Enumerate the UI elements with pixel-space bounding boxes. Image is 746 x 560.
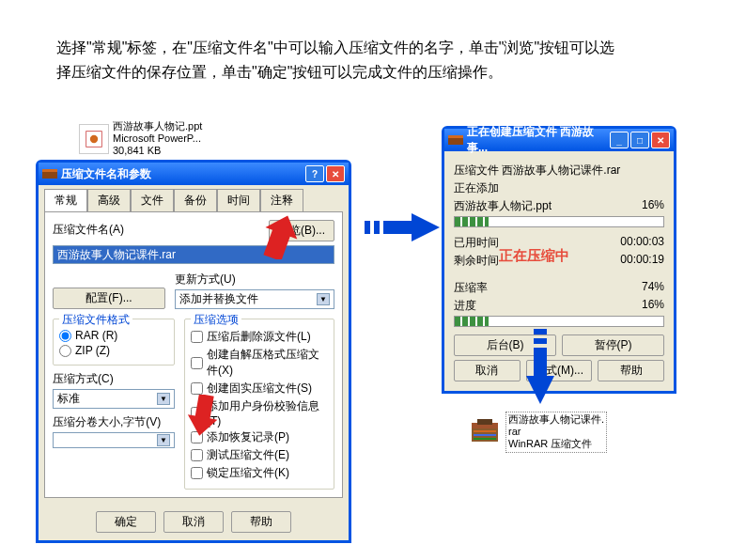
winrar-icon	[42, 166, 57, 181]
tab-general[interactable]: 常规	[44, 189, 87, 211]
close-button[interactable]: ✕	[651, 132, 670, 148]
dialog-title: 压缩文件名和参数	[61, 166, 303, 182]
total-progress-bar	[454, 316, 664, 327]
current-file: 西游故事人物记.ppt	[454, 198, 552, 214]
tab-files[interactable]: 文件	[131, 189, 174, 211]
radio-rar[interactable]: RAR (R)	[59, 329, 168, 342]
red-arrow-browse	[261, 214, 299, 259]
tab-comment[interactable]: 注释	[260, 189, 303, 211]
winrar-icon	[448, 132, 463, 148]
cancel-button[interactable]: 取消	[163, 511, 224, 533]
svg-rect-14	[534, 348, 547, 376]
tab-advanced[interactable]: 高级	[87, 189, 131, 211]
svg-rect-13	[534, 338, 547, 344]
elapsed-value: 00:00:03	[620, 235, 664, 251]
ratio-label: 压缩率	[454, 280, 488, 296]
svg-point-1	[90, 135, 98, 143]
dialog-buttons: 确定 取消 帮助	[39, 504, 349, 540]
instruction-text: 选择"常规"标签，在"压缩文件名"中可以输入压缩文件的名字，单击"浏览"按钮可以…	[56, 36, 620, 84]
file-info: 西游故事人物记课件. rar WinRAR 压缩文件	[505, 412, 607, 453]
opt-test[interactable]: 测试压缩文件(E)	[191, 447, 328, 463]
format-group: 压缩文件格式 RAR (R) ZIP (Z)	[53, 319, 175, 366]
svg-rect-21	[474, 438, 496, 440]
maximize-button[interactable]: □	[630, 132, 649, 148]
svg-rect-20	[474, 434, 496, 436]
update-mode-dropdown[interactable]: 添加并替换文件	[175, 289, 334, 309]
elapsed-label: 已用时间	[454, 235, 499, 251]
file-progress-bar	[454, 216, 664, 227]
close-button[interactable]: ✕	[326, 165, 345, 182]
volume-label: 压缩分卷大小,字节(V)	[53, 414, 175, 430]
filename-label: 压缩文件名(A)	[53, 222, 124, 238]
svg-rect-19	[474, 430, 496, 432]
opt-sfx[interactable]: 创建自解压格式压缩文件(X)	[191, 347, 328, 379]
volume-dropdown[interactable]	[53, 432, 175, 448]
svg-rect-3	[42, 169, 57, 172]
powerpoint-icon	[79, 124, 109, 154]
tabs: 常规 高级 文件 备份 时间 注释	[39, 185, 349, 211]
pause-button[interactable]: 暂停(P)	[562, 334, 664, 356]
svg-marker-15	[526, 376, 554, 404]
remaining-value: 00:00:19	[620, 253, 664, 269]
ratio-value: 74%	[642, 280, 664, 296]
archive-settings-dialog: 压缩文件名和参数 ? ✕ 常规 高级 文件 备份 时间 注释 压缩文件名(A) …	[36, 160, 351, 543]
svg-rect-7	[374, 221, 380, 234]
minimize-button[interactable]: _	[610, 132, 629, 148]
adding-label: 正在添加	[454, 180, 499, 196]
blue-arrow-down	[524, 329, 556, 404]
ppt-file-item[interactable]: 西游故事人物记.ppt Microsoft PowerP... 30,841 K…	[79, 120, 202, 158]
svg-rect-18	[477, 419, 492, 425]
progress-value: 16%	[642, 298, 664, 314]
help-button[interactable]: 帮助	[231, 511, 291, 533]
red-arrow-ok	[186, 395, 220, 436]
update-label: 更新方式(U)	[175, 272, 334, 288]
titlebar[interactable]: 压缩文件名和参数 ? ✕	[39, 163, 349, 185]
file-info: 西游故事人物记.ppt Microsoft PowerP... 30,841 K…	[113, 120, 202, 158]
svg-rect-8	[383, 221, 412, 234]
rar-icon	[468, 415, 502, 449]
help-button[interactable]: ?	[305, 165, 324, 182]
progress-body: 压缩文件 西游故事人物记课件.rar 正在添加 西游故事人物记.ppt16% 已…	[444, 151, 674, 391]
rar-file-item[interactable]: 西游故事人物记课件. rar WinRAR 压缩文件	[468, 412, 607, 453]
svg-rect-6	[365, 221, 370, 234]
method-dropdown[interactable]: 标准	[53, 389, 175, 409]
ok-button[interactable]: 确定	[96, 511, 156, 533]
tab-backup[interactable]: 备份	[174, 189, 217, 211]
tab-time[interactable]: 时间	[217, 189, 260, 211]
radio-zip[interactable]: ZIP (Z)	[59, 344, 168, 357]
help-button[interactable]: 帮助	[598, 360, 664, 381]
progress-dialog: 正在创建压缩文件 西游故事... _ □ ✕ 压缩文件 西游故事人物记课件.ra…	[442, 126, 676, 394]
profile-button[interactable]: 配置(F)...	[53, 288, 165, 309]
compressing-overlay: 正在压缩中	[499, 247, 569, 265]
opt-lock[interactable]: 锁定压缩文件(K)	[191, 465, 328, 481]
method-label: 压缩方式(C)	[53, 371, 175, 387]
opt-delete-after[interactable]: 压缩后删除源文件(L)	[191, 329, 328, 345]
blue-arrow-flow	[365, 211, 440, 243]
dialog-title: 正在创建压缩文件 西游故事...	[467, 124, 608, 156]
svg-marker-9	[412, 213, 440, 241]
svg-rect-12	[534, 329, 547, 334]
svg-marker-4	[261, 214, 299, 259]
remaining-label: 剩余时间	[454, 253, 499, 269]
progress-label: 进度	[454, 298, 476, 314]
file-percent: 16%	[642, 198, 664, 214]
svg-marker-5	[186, 395, 220, 436]
titlebar[interactable]: 正在创建压缩文件 西游故事... _ □ ✕	[444, 129, 674, 151]
svg-rect-11	[448, 135, 463, 138]
cancel-button[interactable]: 取消	[454, 360, 521, 381]
